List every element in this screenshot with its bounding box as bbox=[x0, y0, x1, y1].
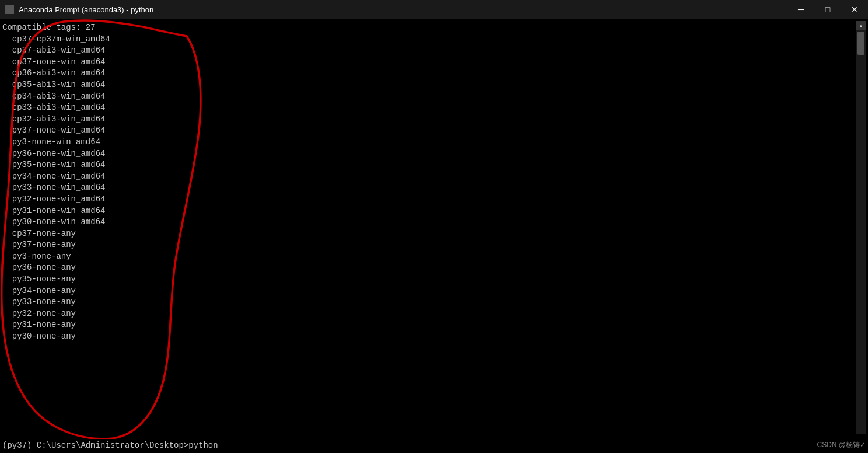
window-controls: ─ □ ✕ bbox=[788, 0, 868, 19]
watermark: CSDN @杨铸✓ bbox=[817, 440, 866, 450]
terminal-output[interactable]: Compatible tags: 27 cp37-cp37m-win_amd64… bbox=[2, 21, 856, 434]
command-prompt: (py37) C:\Users\Administrator\Desktop>py… bbox=[2, 441, 218, 450]
scrollbar[interactable]: ▲ bbox=[856, 21, 866, 434]
window-icon bbox=[5, 5, 14, 14]
close-button[interactable]: ✕ bbox=[841, 0, 868, 19]
svg-rect-0 bbox=[6, 6, 9, 9]
scrollbar-thumb[interactable] bbox=[858, 32, 864, 55]
svg-rect-2 bbox=[6, 10, 9, 13]
title-bar-left: Anaconda Prompt (anaconda3) - python bbox=[5, 5, 153, 14]
maximize-button[interactable]: □ bbox=[814, 0, 841, 19]
svg-rect-1 bbox=[10, 6, 13, 9]
window-title: Anaconda Prompt (anaconda3) - python bbox=[19, 5, 153, 14]
minimize-button[interactable]: ─ bbox=[788, 0, 814, 19]
bottom-bar: (py37) C:\Users\Administrator\Desktop>py… bbox=[0, 437, 868, 453]
window: Anaconda Prompt (anaconda3) - python ─ □… bbox=[0, 0, 868, 453]
title-bar: Anaconda Prompt (anaconda3) - python ─ □… bbox=[0, 0, 868, 19]
svg-rect-3 bbox=[10, 10, 13, 13]
terminal-body: Compatible tags: 27 cp37-cp37m-win_amd64… bbox=[0, 19, 868, 437]
scroll-up-arrow[interactable]: ▲ bbox=[856, 21, 866, 30]
